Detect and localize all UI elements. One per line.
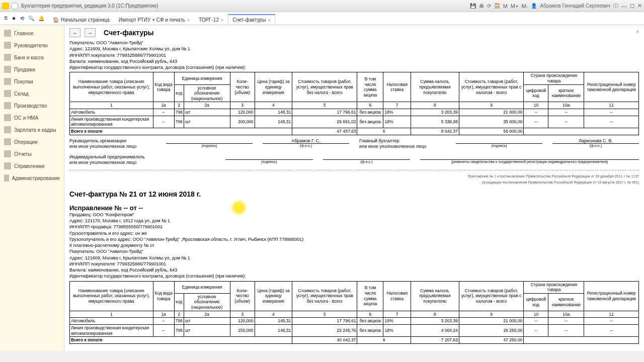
col-num: 2а xyxy=(184,311,230,318)
m-minus-icon[interactable]: M- xyxy=(521,3,528,9)
tab-torg12[interactable]: ТОРГ-12 × xyxy=(194,15,228,25)
sidebar-item[interactable]: Покупки xyxy=(0,75,64,87)
col-kod: код xyxy=(174,84,184,102)
col-cost: Стоимость товаров (работ, услуг), имущес… xyxy=(292,281,357,311)
sidebar-item[interactable]: Администрирование xyxy=(0,172,64,184)
sidebar-item[interactable]: Справочники xyxy=(0,160,64,172)
col-num: 2 xyxy=(174,102,184,109)
user-name[interactable]: Абрамов Геннадий Сергеевич xyxy=(540,3,610,9)
sidebar-item[interactable]: Производство xyxy=(0,100,64,112)
toolbar-print-icon[interactable]: 🖶 xyxy=(479,3,484,9)
favorite-icon[interactable]: ★ xyxy=(12,16,16,21)
sig-ip-label: Индивидуальный предприниматель xyxy=(69,154,215,160)
doc-header-line: Идентификатор государственного контракта… xyxy=(69,65,639,70)
apps-icon[interactable]: ⠿ xyxy=(4,16,8,21)
window-minimize-icon[interactable]: — xyxy=(621,3,627,9)
col-num: 4 xyxy=(255,311,292,318)
window-title: Бухгалтерия предприятия, редакция 3.0 (1… xyxy=(21,3,158,9)
col-num: 2 xyxy=(174,311,184,318)
footnote-2: (в редакции постановления Правительства … xyxy=(69,180,639,185)
toolbar-save-icon[interactable]: 💾 xyxy=(470,3,476,9)
col-qty: Коли-чество (объем) xyxy=(230,72,255,102)
history-icon[interactable]: ⟲ xyxy=(20,16,24,21)
col-rate: Налоговая ставка xyxy=(383,281,411,311)
doc-header-line: ИНН/КПП покупателя: 7799325886/779901001 xyxy=(69,53,639,58)
col-num: 5 xyxy=(292,311,357,318)
window-close-icon[interactable]: ✕ xyxy=(637,3,642,9)
sidebar-label: Банк и касса xyxy=(14,55,44,60)
tab-invoice[interactable]: Счет-фактуры × xyxy=(228,14,275,25)
invoice-table-2: Наименование товара (описание выполненны… xyxy=(69,281,639,344)
doc-header-line: ИНН/КПП покупателя: 7799325886/779901001 xyxy=(69,261,639,267)
col-tax: Сумма налога, предъявляемая покупателю xyxy=(411,72,459,102)
tab-home[interactable]: 🏠 Начальная страница xyxy=(48,15,114,25)
doc-header-line: Грузоотправитель и его адрес: он же xyxy=(69,231,639,236)
toolbar-refresh-icon[interactable]: ⟳ xyxy=(487,3,491,9)
col-kind: Код вида товара xyxy=(153,72,174,102)
sidebar-item[interactable]: Продажи xyxy=(0,63,64,75)
app-logo-icon xyxy=(2,3,9,10)
sidebar-item[interactable]: Склад xyxy=(0,87,64,100)
sidebar-item[interactable]: Операции xyxy=(0,136,64,148)
doc-header-line: Покупатель: ООО "Аквилон-Трейд" xyxy=(69,249,639,254)
bell-icon[interactable]: 🔔 xyxy=(38,16,44,21)
m-plus-icon[interactable]: M+ xyxy=(511,3,519,9)
sig-rek-hint: (реквизиты свидетельства о государственн… xyxy=(420,160,639,164)
sidebar-item[interactable]: Отчеты xyxy=(0,148,64,160)
doc-header-line: Покупатель: ООО "Аквилон-Трейд" xyxy=(69,40,639,46)
col-dcode: цифровой код xyxy=(524,84,548,102)
col-dcode: цифровой код xyxy=(524,293,548,311)
info-icon[interactable]: ⓘ xyxy=(613,3,618,10)
tab-close-icon[interactable]: × xyxy=(221,18,223,23)
sidebar-label: ОС и НМА xyxy=(14,115,38,121)
col-price: Цена (тариф) за единицу измерения xyxy=(255,281,292,311)
sidebar-item[interactable]: Зарплата и кадры xyxy=(0,124,64,136)
sidebar-icon xyxy=(4,102,11,109)
sidebar-label: Зарплата и кадры xyxy=(14,127,56,133)
toolbar-calc-icon[interactable]: 🧮 xyxy=(494,3,500,9)
window-maximize-icon[interactable]: ◻ xyxy=(630,3,634,9)
app-secondary-icon xyxy=(11,3,18,10)
tab-bar: ⠿ ★ ⟲ 🔍 🔔 🏠 Начальная страница Импорт РТ… xyxy=(0,12,644,25)
col-num: 3 xyxy=(230,102,255,109)
sidebar-label: Администрирование xyxy=(12,175,60,181)
nav-forward-button[interactable]: → xyxy=(85,28,96,37)
col-reg: Регистрационный номер таможенной деклара… xyxy=(584,72,639,102)
sig-acc-name: Ларионова С. В. xyxy=(552,138,639,144)
sidebar-icon xyxy=(4,90,11,97)
sig-fio-hint: (ф.и.о.) xyxy=(552,144,639,148)
tab-close-icon[interactable]: × xyxy=(187,18,190,23)
doc-header-line: Адрес: 121609, Москва г, Крылатские Холм… xyxy=(69,46,639,52)
sidebar-label: Руководителю xyxy=(14,43,48,48)
sidebar-item[interactable]: Руководителю xyxy=(0,39,64,51)
sidebar-item[interactable]: Банк и касса xyxy=(0,51,64,63)
doc-header-line: Валюта: наименование, код Российский руб… xyxy=(69,59,639,64)
col-kind: Код вида товара xyxy=(153,281,174,311)
sidebar-item[interactable]: ОС и НМА xyxy=(0,112,64,124)
col-num: 1а xyxy=(153,311,174,318)
sidebar-icon xyxy=(4,126,11,133)
col-num: 1 xyxy=(70,311,153,318)
nav-back-button[interactable]: ← xyxy=(69,28,80,37)
col-num: 5 xyxy=(292,102,357,109)
sig-sign-hint: (подпись) xyxy=(166,144,253,148)
col-cost: Стоимость товаров (работ, услуг), имущес… xyxy=(292,72,357,102)
page-title: Счет-фактуры xyxy=(104,29,154,37)
table-row: Линия производственная кондитерская авто… xyxy=(70,324,639,336)
m-icon[interactable]: M xyxy=(503,3,508,9)
col-costall: Стоимость товаров (работ, услуг), имущес… xyxy=(459,72,523,102)
doc-header-line: Продавец: ООО "Конфетпром" xyxy=(69,212,639,218)
doc-header-line: Адрес: 121609, Москва г, Крылатские Холм… xyxy=(69,255,639,261)
table-total-row: Всего к оплате47 457,63X8 542,3756 000,0… xyxy=(70,128,639,135)
tab-home-label: Начальная страница xyxy=(61,17,110,23)
col-name: Наименование товара (описание выполненны… xyxy=(70,281,153,311)
col-unit: Единица измерения xyxy=(174,72,230,84)
sidebar-item[interactable]: Главное xyxy=(0,27,64,39)
search-icon[interactable]: 🔍 xyxy=(28,16,34,21)
col-usl: условное обозначение (национальное) xyxy=(184,293,230,311)
tab-import[interactable]: Импорт РТИУ + СФ и печать × xyxy=(114,15,194,25)
page-close-icon[interactable]: × xyxy=(636,29,639,35)
col-dshort: краткое наименование xyxy=(548,84,584,102)
sidebar-icon xyxy=(4,174,9,182)
tab-close-icon[interactable]: × xyxy=(268,18,270,23)
